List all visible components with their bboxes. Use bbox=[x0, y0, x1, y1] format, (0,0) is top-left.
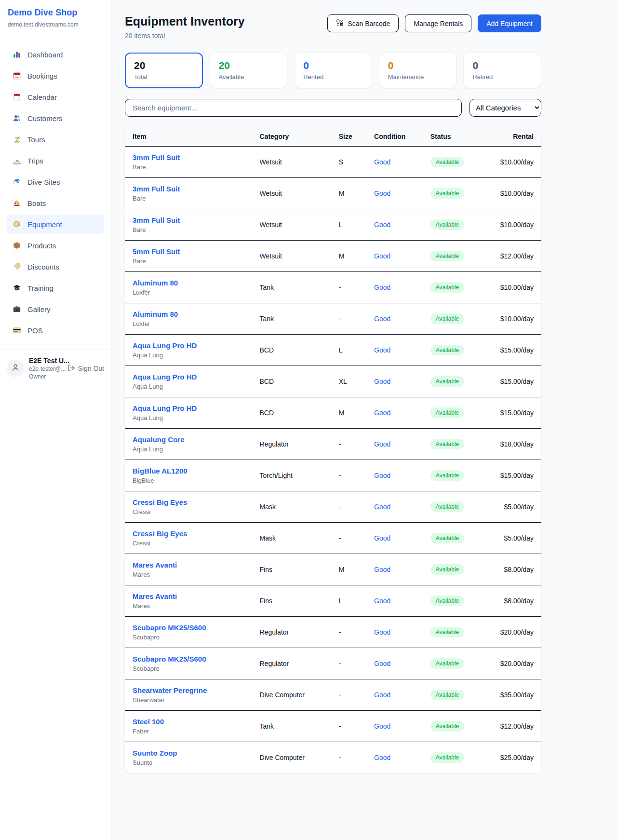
item-name-link[interactable]: Scubapro MK25/S600 bbox=[133, 655, 244, 663]
item-size: - bbox=[331, 617, 366, 648]
condition-link[interactable]: Good bbox=[374, 597, 390, 605]
item-name-link[interactable]: Aqualung Core bbox=[133, 435, 244, 444]
condition-link[interactable]: Good bbox=[374, 252, 390, 260]
stat-card-maintenance[interactable]: 0Maintenance bbox=[379, 53, 457, 88]
sidebar-item-calendar[interactable]: Calendar bbox=[7, 87, 104, 107]
column-header-category: Category bbox=[252, 126, 331, 147]
item-name-link[interactable]: Cressi Big Eyes bbox=[133, 498, 244, 506]
condition-link[interactable]: Good bbox=[374, 628, 390, 636]
condition-link[interactable]: Good bbox=[374, 315, 390, 323]
condition-link[interactable]: Good bbox=[374, 754, 390, 761]
item-name-link[interactable]: 3mm Full Suit bbox=[133, 216, 244, 224]
item-name-link[interactable]: 3mm Full Suit bbox=[133, 185, 244, 193]
condition-link[interactable]: Good bbox=[374, 158, 390, 166]
condition-link[interactable]: Good bbox=[374, 378, 390, 385]
sidebar-item-equipment[interactable]: Equipment bbox=[7, 215, 104, 234]
item-category: Regulator bbox=[252, 648, 331, 679]
svg-text:17: 17 bbox=[15, 75, 19, 79]
condition-link[interactable]: Good bbox=[374, 284, 390, 291]
item-name-link[interactable]: Aqua Lung Pro HD bbox=[133, 404, 244, 412]
condition-link[interactable]: Good bbox=[374, 660, 390, 667]
condition-link[interactable]: Good bbox=[374, 409, 390, 417]
item-category: Wetsuit bbox=[252, 178, 331, 209]
table-header-row: Item Category Size Condition Status Rent… bbox=[125, 126, 541, 147]
sidebar-item-products[interactable]: Products bbox=[7, 236, 104, 255]
sidebar-item-bookings[interactable]: 17Bookings bbox=[7, 66, 104, 85]
sidebar-item-boats[interactable]: Boats bbox=[7, 193, 104, 213]
item-brand: Cressi bbox=[133, 508, 244, 515]
item-name-link[interactable]: Aqua Lung Pro HD bbox=[133, 341, 244, 350]
item-name-link[interactable]: Suunto Zoop bbox=[133, 749, 244, 757]
item-brand: Luxfer bbox=[133, 289, 244, 296]
item-category: Wetsuit bbox=[252, 209, 331, 241]
stat-value: 0 bbox=[388, 59, 448, 71]
item-name-link[interactable]: Aluminum 80 bbox=[133, 310, 244, 318]
item-name-link[interactable]: 3mm Full Suit bbox=[133, 153, 244, 162]
category-filter[interactable]: All Categories bbox=[469, 99, 541, 117]
search-input[interactable] bbox=[125, 99, 462, 117]
dive-mask-icon bbox=[13, 220, 21, 229]
sidebar-item-gallery[interactable]: Gallery bbox=[7, 299, 104, 319]
column-header-item: Item bbox=[125, 126, 252, 147]
item-name-link[interactable]: Shearwater Peregrine bbox=[133, 686, 244, 694]
condition-link[interactable]: Good bbox=[374, 440, 390, 448]
condition-link[interactable]: Good bbox=[374, 221, 390, 229]
bar-chart-icon bbox=[13, 50, 21, 59]
sidebar-item-customers[interactable]: Customers bbox=[7, 108, 104, 128]
condition-link[interactable]: Good bbox=[374, 534, 390, 542]
stat-card-total[interactable]: 20Total bbox=[125, 53, 203, 88]
item-category: Dive Computer bbox=[252, 742, 331, 773]
item-name-link[interactable]: BigBlue AL1200 bbox=[133, 467, 244, 475]
sidebar-item-tours[interactable]: Tours bbox=[7, 130, 104, 149]
table-row: BigBlue AL1200BigBlueTorch/Light-GoodAva… bbox=[125, 460, 541, 491]
item-size: L bbox=[331, 209, 366, 241]
item-name-link[interactable]: Cressi Big Eyes bbox=[133, 529, 244, 538]
stat-card-rented[interactable]: 0Rented bbox=[294, 53, 372, 88]
item-name-link[interactable]: 5mm Full Suit bbox=[133, 247, 244, 256]
header-actions: Scan Barcode Manage Rentals Add Equipmen… bbox=[327, 14, 541, 32]
item-rental: $12.00/day bbox=[478, 241, 541, 272]
sidebar-item-label: Dive Sites bbox=[27, 178, 60, 186]
sidebar-item-label: Gallery bbox=[27, 305, 51, 313]
condition-link[interactable]: Good bbox=[374, 503, 390, 511]
stat-card-retired[interactable]: 0Retired bbox=[463, 53, 541, 88]
item-rental: $25.00/day bbox=[478, 742, 541, 773]
sailboat-icon bbox=[13, 199, 21, 207]
sidebar-item-dashboard[interactable]: Dashboard bbox=[7, 45, 104, 64]
condition-link[interactable]: Good bbox=[374, 566, 390, 573]
item-category: BCD bbox=[252, 397, 331, 429]
item-rental: $15.00/day bbox=[478, 397, 541, 429]
status-badge: Available bbox=[430, 407, 464, 418]
equipment-table-card: Item Category Size Condition Status Rent… bbox=[125, 126, 541, 773]
filters-row: All Categories bbox=[125, 99, 541, 117]
sign-out-button[interactable]: Sign Out bbox=[67, 364, 104, 373]
condition-link[interactable]: Good bbox=[374, 190, 390, 197]
condition-link[interactable]: Good bbox=[374, 346, 390, 354]
scan-barcode-button[interactable]: Scan Barcode bbox=[327, 14, 399, 32]
main-area: Equipment Inventory 20 items total Scan … bbox=[111, 0, 617, 840]
item-name-link[interactable]: Scubapro MK25/S600 bbox=[133, 623, 244, 632]
condition-link[interactable]: Good bbox=[374, 691, 390, 699]
stat-card-available[interactable]: 20Available bbox=[210, 53, 288, 88]
item-rental: $15.00/day bbox=[478, 460, 541, 491]
item-name-link[interactable]: Mares Avanti bbox=[133, 592, 244, 600]
sidebar-item-dive-sites[interactable]: Dive Sites bbox=[7, 172, 104, 191]
item-category: Tank bbox=[252, 711, 331, 742]
item-name-link[interactable]: Mares Avanti bbox=[133, 561, 244, 569]
item-name-link[interactable]: Aqua Lung Pro HD bbox=[133, 373, 244, 381]
condition-link[interactable]: Good bbox=[374, 472, 390, 479]
sidebar-item-trips[interactable]: Trips bbox=[7, 151, 104, 170]
item-rental: $10.00/day bbox=[478, 178, 541, 209]
sidebar-item-training[interactable]: Training bbox=[7, 278, 104, 298]
item-size: - bbox=[331, 429, 366, 460]
sidebar-item-pos[interactable]: POS bbox=[7, 321, 104, 340]
manage-rentals-button[interactable]: Manage Rentals bbox=[405, 14, 471, 32]
sidebar-item-discounts[interactable]: Discounts bbox=[7, 257, 104, 276]
item-name-link[interactable]: Aluminum 80 bbox=[133, 279, 244, 287]
condition-link[interactable]: Good bbox=[374, 722, 390, 730]
status-badge: Available bbox=[430, 251, 464, 261]
item-rental: $10.00/day bbox=[478, 147, 541, 178]
status-badge: Available bbox=[430, 596, 464, 606]
add-equipment-button[interactable]: Add Equipment bbox=[478, 14, 541, 32]
item-name-link[interactable]: Steel 100 bbox=[133, 718, 244, 726]
